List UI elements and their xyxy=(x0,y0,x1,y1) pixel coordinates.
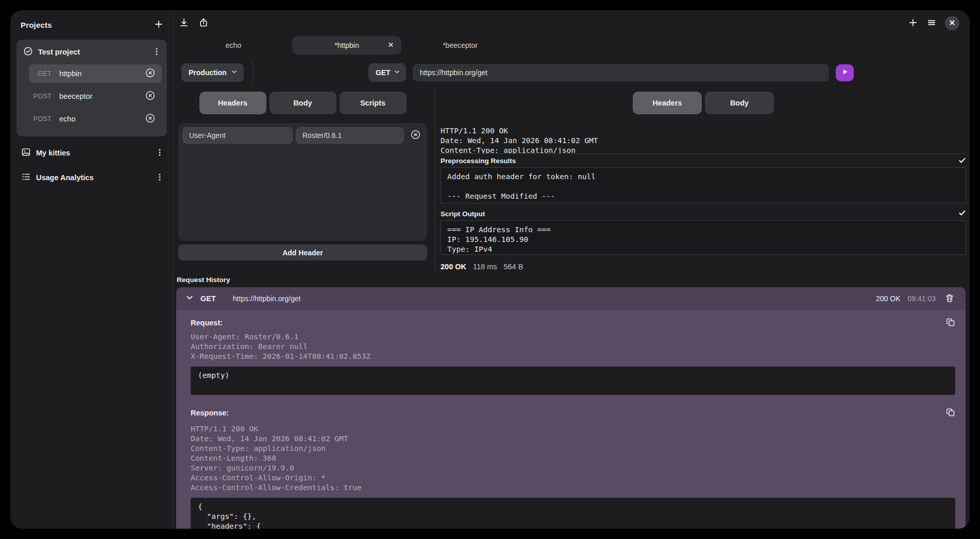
request-method: GET xyxy=(29,70,52,77)
history-time: 09:41:03 xyxy=(908,294,936,303)
add-header-button[interactable]: Add Header xyxy=(178,245,427,260)
request-name: beeceptor xyxy=(59,92,145,100)
send-request-button[interactable] xyxy=(836,64,854,81)
tab-beeceptor[interactable]: *beeceptor xyxy=(405,36,515,55)
close-tab-button[interactable] xyxy=(387,41,395,50)
chevron-down-icon xyxy=(394,68,400,77)
request-item-beeceptor[interactable]: POST beeceptor xyxy=(29,87,162,106)
status-time: 118 ms xyxy=(473,263,497,271)
history-response-body-box[interactable]: { "args": {}, "headers": { xyxy=(191,498,955,529)
download-icon xyxy=(179,18,189,29)
toolbar xyxy=(174,10,970,36)
sidebar: Projects Test project GET httpbin xyxy=(10,10,174,529)
import-button[interactable] xyxy=(179,18,189,29)
environment-select[interactable]: Production xyxy=(181,63,244,82)
response-tabs: Headers Body xyxy=(441,92,966,114)
menu-icon xyxy=(926,18,937,29)
close-window-button[interactable] xyxy=(945,16,959,30)
environment-label: Production xyxy=(189,68,227,77)
kebab-icon xyxy=(153,47,161,57)
tab-httpbin[interactable]: *httpbin xyxy=(292,36,401,55)
tab-body[interactable]: Body xyxy=(269,92,336,114)
kebab-icon xyxy=(156,173,164,183)
remove-request-button[interactable] xyxy=(145,67,156,80)
copy-icon xyxy=(946,318,955,328)
vertical-divider xyxy=(434,88,435,272)
request-method: POST xyxy=(29,93,52,100)
delete-history-button[interactable] xyxy=(945,293,954,304)
project-group-test-project: Test project GET httpbin POST beeceptor xyxy=(16,40,167,136)
new-project-button[interactable] xyxy=(154,19,164,31)
app-menu-button[interactable] xyxy=(926,18,937,29)
copy-request-button[interactable] xyxy=(946,318,955,328)
request-item-httpbin[interactable]: GET httpbin xyxy=(29,64,162,83)
project-menu-button[interactable] xyxy=(153,47,161,57)
export-button[interactable] xyxy=(198,18,209,29)
sidebar-header: Projects xyxy=(16,19,167,31)
url-input[interactable] xyxy=(413,64,829,81)
headers-panel xyxy=(178,123,427,241)
status-code: 200 OK xyxy=(441,263,466,271)
plus-icon xyxy=(154,19,164,31)
circle-x-icon xyxy=(145,113,156,125)
request-name: httpbin xyxy=(59,69,145,78)
project-header-test-project[interactable]: Test project xyxy=(16,40,167,64)
copy-icon xyxy=(946,408,955,419)
new-tab-button[interactable] xyxy=(908,18,918,29)
tab-label: echo xyxy=(226,41,241,49)
project-menu-button[interactable] xyxy=(156,148,164,158)
request-bar: Production GET xyxy=(174,63,970,82)
preprocessing-output[interactable]: Added auth header for token: null --- Re… xyxy=(441,167,966,203)
response-headers-preview: HTTP/1.1 200 OK Date: Wed, 14 Jan 2026 0… xyxy=(441,126,966,153)
history-request-body-box[interactable]: (empty) xyxy=(191,367,955,395)
request-label: Request: xyxy=(191,319,223,327)
project-my-kitties[interactable]: My kitties xyxy=(16,144,167,162)
image-icon xyxy=(21,147,31,159)
remove-request-button[interactable] xyxy=(145,90,156,102)
preprocessing-output-text: Added auth header for token: null --- Re… xyxy=(447,172,959,203)
tab-headers[interactable]: Headers xyxy=(199,92,266,114)
response-status-row: 200 OK 118 ms 564 B xyxy=(441,262,966,272)
editor-response-split: Headers Body Scripts Add Heade xyxy=(174,88,970,272)
tab-echo[interactable]: echo xyxy=(179,36,288,55)
chevron-down-icon[interactable] xyxy=(185,293,194,304)
project-menu-button[interactable] xyxy=(156,173,164,183)
chevron-down-icon xyxy=(231,68,238,77)
project-usage-analytics[interactable]: Usage Analytics xyxy=(16,168,167,187)
sidebar-title: Projects xyxy=(21,21,52,29)
project-name: Test project xyxy=(38,48,153,56)
close-icon xyxy=(949,20,955,27)
script-output[interactable]: === IP Address Info === IP: 195.146.105.… xyxy=(441,220,966,255)
remove-header-button[interactable] xyxy=(410,129,421,142)
history-entry-header[interactable]: GET https://httpbin.org/get 200 OK 09:41… xyxy=(176,287,966,310)
request-name: echo xyxy=(59,115,145,123)
tab-scripts[interactable]: Scripts xyxy=(340,92,407,114)
list-icon xyxy=(21,172,31,184)
circle-x-icon xyxy=(145,67,156,80)
history-method: GET xyxy=(200,294,216,303)
request-editor: Headers Body Scripts Add Heade xyxy=(178,88,427,272)
response-pane: Headers Body HTTP/1.1 200 OK Date: Wed, … xyxy=(441,88,966,272)
header-value-input[interactable] xyxy=(296,127,404,144)
tab-response-body[interactable]: Body xyxy=(705,92,774,114)
history-status: 200 OK xyxy=(876,294,900,303)
x-icon xyxy=(388,42,394,49)
method-select[interactable]: GET xyxy=(368,63,406,82)
request-item-echo[interactable]: POST echo xyxy=(29,110,162,128)
preprocessing-results-header: Preprocessing Results xyxy=(441,153,966,166)
method-label: GET xyxy=(376,68,391,77)
history-request-body: (empty) xyxy=(198,371,948,380)
script-output-header: Script Output xyxy=(441,206,966,219)
check-circle-icon xyxy=(23,46,33,58)
share-icon xyxy=(198,18,209,29)
tab-response-headers[interactable]: Headers xyxy=(633,92,702,114)
status-size: 564 B xyxy=(503,263,523,271)
play-icon xyxy=(841,68,849,77)
response-label: Response: xyxy=(191,409,229,417)
remove-request-button[interactable] xyxy=(145,113,156,125)
copy-response-button[interactable] xyxy=(946,408,955,419)
history-request-row: Request: xyxy=(191,318,955,327)
history-entry: GET https://httpbin.org/get 200 OK 09:41… xyxy=(176,287,966,529)
header-key-input[interactable] xyxy=(182,127,293,144)
script-output-text: === IP Address Info === IP: 195.146.105.… xyxy=(447,225,959,255)
